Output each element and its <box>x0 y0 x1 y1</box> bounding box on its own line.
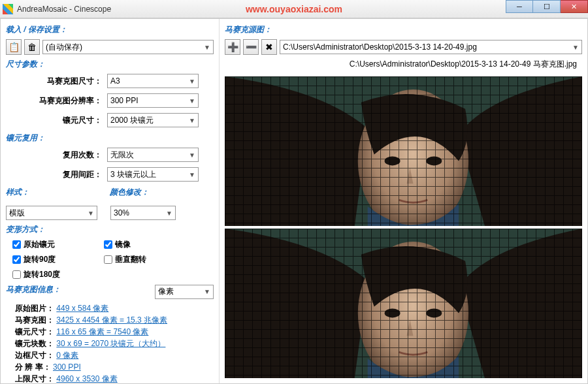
mosaic-size-dropdown[interactable]: A3▼ <box>107 74 199 88</box>
border-value[interactable]: 0 像素 <box>56 351 78 360</box>
mosaic-size-label: 马赛克图尺寸： <box>6 76 107 87</box>
original-tile-label: 原始镶元 <box>24 239 55 250</box>
color-mod-dropdown[interactable]: 30%▼ <box>110 206 176 220</box>
orig-image-label: 原始图片： <box>15 304 54 313</box>
tile-count-label: 镶元块数： <box>15 339 54 348</box>
source-header: 马赛克源图： <box>225 24 582 35</box>
chevron-down-icon: ▼ <box>572 44 579 51</box>
original-tile-checkbox[interactable] <box>12 240 21 249</box>
add-source-button[interactable]: ➕ <box>225 39 240 55</box>
tile-count-value[interactable]: 30 x 69 = 2070 块镶元（大约） <box>56 339 165 348</box>
rotate90-checkbox[interactable] <box>12 255 21 264</box>
tile-reuse-header: 镶元复用： <box>6 133 214 144</box>
preview-image-bottom <box>225 229 582 378</box>
flip-v-checkbox[interactable] <box>104 255 112 264</box>
chevron-down-icon: ▼ <box>189 152 195 159</box>
remove-source-button[interactable]: ➖ <box>243 39 259 55</box>
chevron-down-icon: ▼ <box>204 44 210 51</box>
clear-source-button[interactable]: ✖ <box>261 39 277 55</box>
orig-image-value[interactable]: 449 x 584 像素 <box>56 304 108 313</box>
chevron-down-icon: ▼ <box>189 78 195 85</box>
chevron-down-icon: ▼ <box>204 288 210 295</box>
res-label: 分 辨 率： <box>15 362 51 372</box>
mosaic-dim-label: 马赛克图： <box>15 315 54 325</box>
mosaic-info-header: 马赛克图信息： <box>6 284 61 295</box>
reuse-spacing-label: 复用间距： <box>6 169 107 180</box>
window-title: AndreaMosaic - Cinescope <box>17 5 111 14</box>
delete-settings-button[interactable]: 🗑 <box>24 39 40 55</box>
unit-dropdown[interactable]: 像素▼ <box>155 285 214 299</box>
tile-size-dropdown[interactable]: 2000 块镶元▼ <box>107 113 199 127</box>
mosaic-res-label: 马赛克图分辨率： <box>6 95 107 106</box>
watermark: www.ouyaoxiazai.com <box>246 4 342 14</box>
size-params-header: 尺寸参数： <box>6 59 214 70</box>
source-path-value: C:\Users\Administrator\Desktop\2015-3-13… <box>283 42 477 52</box>
mirror-checkbox[interactable] <box>104 240 112 249</box>
mosaic-dim-value[interactable]: 3425 x 4454 像素 = 15.3 兆像素 <box>56 315 167 325</box>
tile-dim-label: 镶元尺寸： <box>15 327 54 336</box>
rotate180-label: 旋转180度 <box>24 269 60 280</box>
settings-profile-dropdown[interactable]: (自动保存) ▼ <box>42 40 214 54</box>
load-save-header: 载入 / 保存设置： <box>6 24 214 35</box>
window-maximize-button[interactable]: ☐ <box>533 0 561 13</box>
style-dropdown[interactable]: 横版▼ <box>6 206 97 220</box>
rotate90-label: 旋转90度 <box>24 254 56 265</box>
rotate180-checkbox[interactable] <box>12 270 21 279</box>
source-path-dropdown[interactable]: C:\Users\Administrator\Desktop\2015-3-13… <box>280 40 582 54</box>
mosaic-grid-overlay <box>225 229 582 378</box>
res-value[interactable]: 300 PPI <box>53 362 81 372</box>
style-header: 样式： <box>6 187 110 198</box>
save-settings-button[interactable]: 📋 <box>6 39 22 55</box>
settings-profile-value: (自动保存) <box>46 42 82 53</box>
reuse-spacing-dropdown[interactable]: 3 块镶元以上▼ <box>107 167 199 182</box>
reuse-count-dropdown[interactable]: 无限次▼ <box>107 148 199 162</box>
output-path-label: C:\Users\Administrator\Desktop\2015-3-13… <box>225 59 582 70</box>
chevron-down-icon: ▼ <box>88 210 94 217</box>
border-label: 边框尺寸： <box>15 351 54 360</box>
chevron-down-icon: ▼ <box>189 97 195 104</box>
limit-value[interactable]: 4960 x 3530 像素 <box>56 374 117 383</box>
chevron-down-icon: ▼ <box>189 171 195 178</box>
limit-label: 上限尺寸： <box>15 374 54 383</box>
reuse-count-label: 复用次数： <box>6 150 107 161</box>
tile-dim-value[interactable]: 116 x 65 像素 = 7540 像素 <box>56 327 148 336</box>
chevron-down-icon: ▼ <box>189 117 195 124</box>
transform-header: 变形方式： <box>6 224 214 235</box>
app-icon <box>3 4 13 14</box>
color-mod-header: 颜色修改： <box>110 187 214 198</box>
flip-v-label: 垂直翻转 <box>115 254 146 265</box>
tile-size-label: 镶元尺寸： <box>6 115 107 126</box>
window-minimize-button[interactable]: ─ <box>506 0 533 13</box>
mirror-label: 镜像 <box>115 239 131 250</box>
window-close-button[interactable]: ✕ <box>561 0 588 13</box>
mosaic-grid-overlay <box>225 76 582 226</box>
mosaic-res-dropdown[interactable]: 300 PPI▼ <box>107 93 199 108</box>
chevron-down-icon: ▼ <box>166 210 172 217</box>
preview-image-top <box>225 76 582 226</box>
